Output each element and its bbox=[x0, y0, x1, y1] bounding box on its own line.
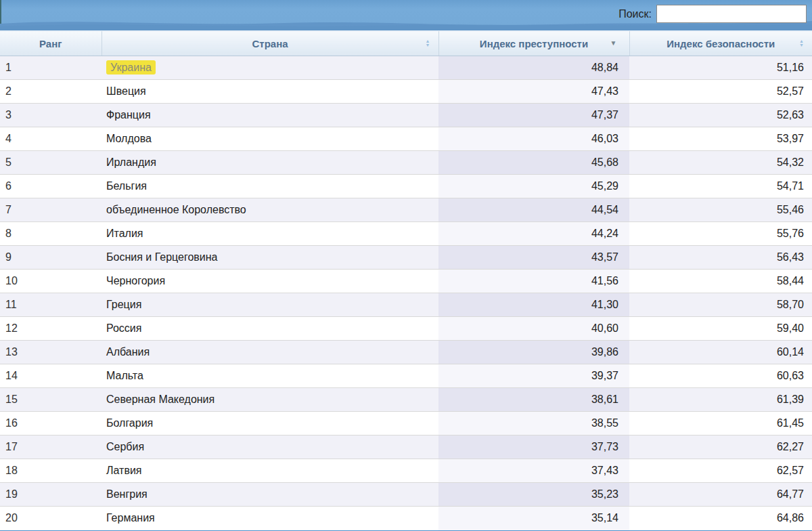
search-area: Поиск: bbox=[618, 5, 807, 23]
rank-cell: 2 bbox=[0, 80, 102, 104]
table-row[interactable]: 11 Греция 41,30 58,70 bbox=[0, 293, 812, 317]
country-label: Ирландия bbox=[106, 156, 156, 168]
rank-cell: 3 bbox=[0, 104, 102, 127]
table-row[interactable]: 19 Венгрия 35,23 64,77 bbox=[0, 483, 812, 507]
country-cell: Украина bbox=[102, 56, 438, 80]
country-label: Сербия bbox=[106, 441, 144, 452]
country-label: Венгрия bbox=[106, 488, 148, 500]
country-ranking-table: Ранг Страна ▲▼ Индекс преступности ▼ Инд… bbox=[0, 30, 812, 530]
crime-index-cell: 35,14 bbox=[438, 507, 629, 530]
rank-cell: 15 bbox=[0, 388, 102, 412]
table-row[interactable]: 14 Мальта 39,37 60,63 bbox=[0, 364, 812, 388]
crime-index-cell: 45,68 bbox=[438, 151, 629, 175]
sort-both-icon: ▲▼ bbox=[426, 39, 430, 47]
column-header-rank[interactable]: Ранг bbox=[0, 31, 102, 56]
sort-descending-icon: ▼ bbox=[610, 40, 617, 47]
rank-cell: 17 bbox=[0, 436, 102, 459]
country-cell: Швеция bbox=[102, 80, 438, 104]
country-label: Украина bbox=[106, 60, 156, 75]
table-row[interactable]: 6 Бельгия 45,29 54,71 bbox=[0, 175, 812, 198]
column-label: Ранг bbox=[39, 38, 62, 49]
table-row[interactable]: 4 Молдова 46,03 53,97 bbox=[0, 127, 812, 151]
safety-index-cell: 54,32 bbox=[629, 151, 812, 175]
safety-index-cell: 55,46 bbox=[629, 198, 812, 222]
column-label: Индекс безопасности bbox=[667, 38, 775, 49]
crime-index-cell: 43,57 bbox=[438, 246, 629, 270]
safety-index-cell: 55,76 bbox=[629, 222, 812, 246]
safety-index-cell: 60,14 bbox=[629, 341, 812, 364]
safety-index-cell: 51,16 bbox=[629, 56, 812, 80]
table-row[interactable]: 5 Ирландия 45,68 54,32 bbox=[0, 151, 812, 175]
table-row[interactable]: 20 Германия 35,14 64,86 bbox=[0, 507, 812, 530]
country-cell: объединенное Королевство bbox=[102, 198, 438, 222]
safety-index-cell: 61,39 bbox=[629, 388, 812, 412]
column-header-safety-index[interactable]: Индекс безопасности ▲▼ bbox=[629, 31, 812, 56]
country-cell: Италия bbox=[102, 222, 438, 246]
safety-index-cell: 64,86 bbox=[629, 507, 812, 530]
country-label: Латвия bbox=[106, 465, 141, 476]
table-row[interactable]: 9 Босния и Герцеговина 43,57 56,43 bbox=[0, 246, 812, 270]
country-cell: Германия bbox=[102, 507, 438, 530]
table-row[interactable]: 10 Черногория 41,56 58,44 bbox=[0, 270, 812, 293]
rank-cell: 13 bbox=[0, 341, 102, 364]
country-label: Черногория bbox=[106, 275, 165, 286]
country-label: Босния и Герцеговина bbox=[106, 251, 218, 263]
crime-index-cell: 38,61 bbox=[438, 388, 629, 412]
safety-index-cell: 60,63 bbox=[629, 364, 812, 388]
rank-cell: 8 bbox=[0, 222, 102, 246]
country-cell: Сербия bbox=[102, 436, 438, 459]
table-row[interactable]: 15 Северная Македония 38,61 61,39 bbox=[0, 388, 812, 412]
table-row[interactable]: 8 Италия 44,24 55,76 bbox=[0, 222, 812, 246]
rank-cell: 16 bbox=[0, 412, 102, 436]
table-row[interactable]: 18 Латвия 37,43 62,57 bbox=[0, 459, 812, 483]
rank-cell: 1 bbox=[0, 56, 102, 80]
country-cell: Бельгия bbox=[102, 175, 438, 198]
country-cell: Венгрия bbox=[102, 483, 438, 507]
country-label: Германия bbox=[106, 512, 155, 524]
safety-index-cell: 58,44 bbox=[629, 270, 812, 293]
column-header-country[interactable]: Страна ▲▼ bbox=[102, 31, 438, 56]
country-label: Италия bbox=[106, 228, 143, 239]
crime-index-cell: 38,55 bbox=[438, 412, 629, 436]
table-row[interactable]: 12 Россия 40,60 59,40 bbox=[0, 317, 812, 341]
table-row[interactable]: 3 Франция 47,37 52,63 bbox=[0, 104, 812, 127]
country-cell: Черногория bbox=[102, 270, 438, 293]
country-cell: Россия bbox=[102, 317, 438, 341]
rank-cell: 14 bbox=[0, 364, 102, 388]
country-label: Франция bbox=[106, 109, 151, 121]
table-row[interactable]: 1 Украина 48,84 51,16 bbox=[0, 56, 812, 80]
table-header: Ранг Страна ▲▼ Индекс преступности ▼ Инд… bbox=[0, 31, 812, 56]
crime-index-cell: 39,37 bbox=[438, 364, 629, 388]
rank-cell: 6 bbox=[0, 175, 102, 198]
safety-index-cell: 59,40 bbox=[629, 317, 812, 341]
table-row[interactable]: 16 Болгария 38,55 61,45 bbox=[0, 412, 812, 436]
crime-index-cell: 39,86 bbox=[438, 341, 629, 364]
table-row[interactable]: 17 Сербия 37,73 62,27 bbox=[0, 436, 812, 459]
country-label: Молдова bbox=[106, 133, 152, 144]
safety-index-cell: 62,27 bbox=[629, 436, 812, 459]
crime-index-cell: 40,60 bbox=[438, 317, 629, 341]
crime-index-cell: 48,84 bbox=[438, 56, 629, 80]
rank-cell: 10 bbox=[0, 270, 102, 293]
rank-cell: 12 bbox=[0, 317, 102, 341]
country-cell: Болгария bbox=[102, 412, 438, 436]
safety-index-cell: 56,43 bbox=[629, 246, 812, 270]
table-row[interactable]: 2 Швеция 47,43 52,57 bbox=[0, 80, 812, 104]
table-row[interactable]: 7 объединенное Королевство 44,54 55,46 bbox=[0, 198, 812, 222]
crime-index-cell: 35,23 bbox=[438, 483, 629, 507]
country-label: Мальта bbox=[106, 370, 143, 381]
country-cell: Албания bbox=[102, 341, 438, 364]
country-label: Швеция bbox=[106, 85, 146, 97]
search-input[interactable] bbox=[656, 5, 807, 23]
country-cell: Молдова bbox=[102, 127, 438, 151]
crime-index-cell: 37,43 bbox=[438, 459, 629, 483]
country-cell: Мальта bbox=[102, 364, 438, 388]
rank-cell: 4 bbox=[0, 127, 102, 151]
crime-index-cell: 47,43 bbox=[438, 80, 629, 104]
rank-cell: 18 bbox=[0, 459, 102, 483]
country-cell: Ирландия bbox=[102, 151, 438, 175]
crime-index-cell: 37,73 bbox=[438, 436, 629, 459]
country-cell: Северная Македония bbox=[102, 388, 438, 412]
table-row[interactable]: 13 Албания 39,86 60,14 bbox=[0, 341, 812, 364]
column-header-crime-index[interactable]: Индекс преступности ▼ bbox=[438, 31, 629, 56]
